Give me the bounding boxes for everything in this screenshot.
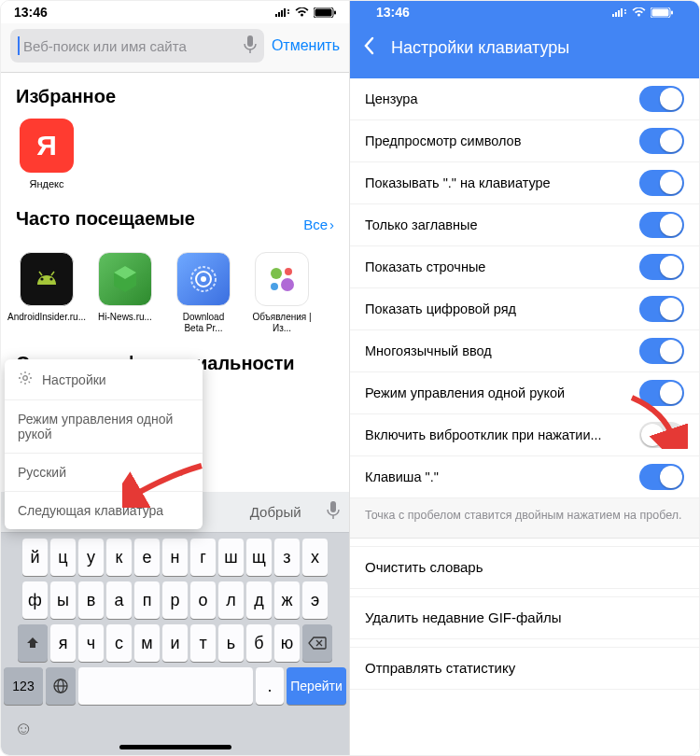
toggle-switch[interactable] — [639, 254, 684, 280]
popup-item-label: Следующая клавиатура — [18, 503, 163, 518]
svg-point-5 — [287, 12, 289, 14]
search-input[interactable]: Веб-поиск или имя сайта — [10, 29, 264, 63]
frequent-item[interactable]: Hi-News.ru... — [94, 252, 156, 334]
space-key[interactable] — [78, 667, 253, 705]
avito-icon — [255, 252, 309, 306]
popup-item-label: Русский — [18, 465, 66, 480]
phone-right: 13:46 Настройки клавиатуры — [350, 1, 699, 756]
svg-point-36 — [624, 12, 626, 14]
check-icon: ✓ — [178, 465, 189, 480]
key-с[interactable]: с — [106, 624, 132, 662]
toggle-switch[interactable] — [639, 212, 684, 238]
numbers-key[interactable]: 123 — [4, 667, 43, 705]
key-н[interactable]: н — [162, 539, 188, 576]
key-т[interactable]: т — [190, 624, 216, 662]
key-л[interactable]: л — [218, 581, 244, 619]
frequent-item[interactable]: Download Beta Pr... — [173, 252, 234, 334]
suggest-right[interactable]: Добрый — [228, 504, 323, 520]
key-з[interactable]: з — [274, 539, 300, 576]
popup-item-label: Режим управления одной рукой — [18, 412, 189, 441]
status-icons — [275, 7, 336, 18]
key-щ[interactable]: щ — [246, 539, 272, 576]
cancel-button[interactable]: Отменить — [272, 37, 340, 54]
page-title: Настройки клавиатуры — [391, 38, 569, 58]
frequent-heading: Часто посещаемые — [16, 208, 195, 230]
yandex-icon: Я — [20, 119, 74, 173]
cellular-icon — [612, 7, 627, 17]
key-ш[interactable]: ш — [218, 539, 244, 576]
emoji-key[interactable]: ☺ — [14, 718, 33, 739]
setting-label: Клавиша "." — [365, 469, 439, 484]
key-ж[interactable]: ж — [274, 581, 300, 619]
key-е[interactable]: е — [134, 539, 160, 576]
key-г[interactable]: г — [190, 539, 216, 576]
key-ь[interactable]: ь — [218, 624, 244, 662]
key-у[interactable]: у — [78, 539, 104, 576]
setting-label: Только заглавные — [365, 217, 478, 232]
key-й[interactable]: й — [22, 539, 48, 576]
action-row[interactable]: Удалить недавние GIF-файлы — [350, 596, 699, 639]
toggle-switch[interactable] — [639, 128, 684, 154]
backspace-key[interactable] — [302, 624, 332, 662]
action-row[interactable]: Отправлять статистику — [350, 647, 699, 690]
popup-settings[interactable]: Настройки — [5, 359, 203, 400]
go-key[interactable]: Перейти — [287, 667, 346, 705]
key-х[interactable]: х — [302, 539, 328, 576]
svg-rect-34 — [621, 8, 623, 17]
popup-next-keyboard[interactable]: Следующая клавиатура — [5, 492, 203, 529]
toggle-switch[interactable] — [639, 464, 684, 490]
key-о[interactable]: о — [190, 581, 216, 619]
key-ю[interactable]: ю — [274, 624, 300, 662]
frequent-item[interactable]: Объявления | Из... — [251, 252, 313, 334]
svg-rect-38 — [652, 8, 669, 16]
key-м[interactable]: м — [134, 624, 160, 662]
key-ы[interactable]: ы — [50, 581, 76, 619]
mic-icon[interactable] — [244, 35, 257, 57]
toggle-switch[interactable] — [639, 338, 684, 364]
key-ц[interactable]: ц — [50, 539, 76, 576]
frequent-all-link[interactable]: Все › — [303, 217, 334, 232]
svg-point-4 — [287, 9, 289, 11]
status-bar: 13:46 — [363, 1, 686, 23]
toggle-switch[interactable] — [639, 380, 684, 406]
frequent-item[interactable]: AndroidInsider.ru... — [16, 252, 77, 334]
setting-label: Цензура — [365, 91, 418, 106]
key-э[interactable]: э — [302, 581, 328, 619]
key-к[interactable]: к — [106, 539, 132, 576]
gear-icon — [18, 371, 33, 388]
favorite-item[interactable]: Я Яндекс — [16, 119, 77, 189]
downloadbeta-icon — [176, 252, 231, 306]
frequent-section: Часто посещаемые Все › AndroidInsider.ru… — [1, 195, 349, 340]
setting-row: Показать цифровой ряд — [350, 288, 699, 330]
dot-key[interactable]: . — [256, 667, 284, 705]
toggle-switch[interactable] — [639, 86, 684, 112]
setting-label: Режим управления одной рукой — [365, 385, 565, 400]
key-р[interactable]: р — [162, 581, 188, 619]
key-и[interactable]: и — [162, 624, 188, 662]
key-ф[interactable]: ф — [22, 581, 48, 619]
keyboard-options-popup: Настройки Режим управления одной рукой Р… — [5, 359, 203, 529]
key-ч[interactable]: ч — [78, 624, 104, 662]
action-row[interactable]: Очистить словарь — [350, 546, 699, 589]
svg-line-14 — [51, 272, 54, 275]
globe-key[interactable] — [46, 667, 76, 705]
setting-label: Многоязычный ввод — [365, 343, 492, 358]
toggle-switch[interactable] — [639, 170, 684, 196]
shift-key[interactable] — [18, 624, 48, 662]
key-б[interactable]: б — [246, 624, 272, 662]
phone-left: 13:46 Веб-поиск или имя сайта — [1, 1, 350, 756]
key-я[interactable]: я — [50, 624, 76, 662]
popup-russian[interactable]: Русский ✓ — [5, 454, 203, 492]
toggle-switch[interactable] — [639, 422, 684, 448]
key-в[interactable]: в — [78, 581, 104, 619]
toggle-switch[interactable] — [639, 296, 684, 322]
key-д[interactable]: д — [246, 581, 272, 619]
setting-row: Показывать "." на клавиатуре — [350, 162, 699, 204]
back-button[interactable] — [363, 36, 374, 60]
key-а[interactable]: а — [106, 581, 132, 619]
bottom-fade — [350, 720, 699, 756]
popup-onehand[interactable]: Режим управления одной рукой — [5, 400, 203, 454]
key-п[interactable]: п — [134, 581, 160, 619]
keyboard-mic-icon[interactable] — [323, 501, 343, 524]
settings-list: ЦензураПредпросмотр символовПоказывать "… — [350, 78, 699, 498]
